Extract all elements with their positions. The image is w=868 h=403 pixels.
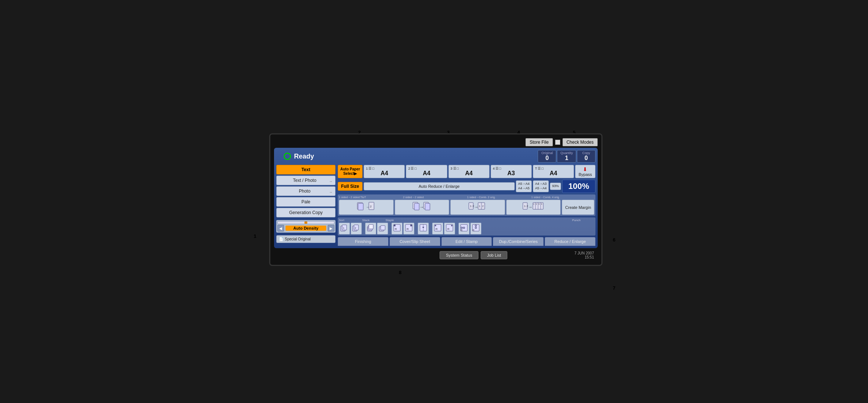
duplex-1-sided-comb2-button[interactable]: 1 2 → 1 2 — [450, 200, 505, 215]
original-label: Original — [541, 151, 553, 155]
mode-button-text-photo[interactable]: Text / Photo .. — [276, 176, 335, 185]
size-preset-2-line2: A5→A4 — [535, 186, 547, 191]
svg-text:3: 3 — [538, 203, 540, 205]
content-area: Text Text / Photo .. Photo .. Pale Gener… — [276, 165, 595, 246]
sort-button-2[interactable]: 2 — [351, 223, 362, 234]
tab-cover-slip-sheet-button[interactable]: Cover/Slip Sheet — [390, 237, 440, 246]
svg-text:R: R — [461, 229, 463, 232]
top-bar: Store File Check Modes — [274, 138, 598, 146]
tab-dup-combine-series-button[interactable]: Dup./Combine/Series — [493, 237, 544, 246]
bottom-bar: System Status Job List 7 JUN 200715:51 — [274, 249, 598, 261]
tray-1-button[interactable]: 1 ☰ □ A4 — [364, 165, 405, 178]
svg-rect-9 — [425, 203, 430, 210]
stack-label: Stack — [362, 219, 384, 222]
svg-rect-36 — [369, 224, 373, 229]
right-panel: Auto PaperSelect▶ 1 ☰ □ A4 2 ☰ □ A4 3 ☰ … — [338, 165, 595, 246]
duplex-1-sided-comb4-button[interactable]: 1 2 → 1 2 3 4 — [506, 200, 561, 215]
duplex-label-3: 1 sided→Comb. 2 orig. — [467, 196, 530, 199]
punch-button-group: R R — [458, 223, 481, 234]
tab-row: Finishing Cover/Slip Sheet Edit / Stamp … — [338, 237, 595, 246]
staple-button-1[interactable]: R — [391, 223, 403, 234]
ref-label-8: 8 — [399, 270, 401, 275]
status-bar: Ready Original 0 Quantity 1 Copy 0 — [276, 150, 595, 163]
finishing-row: Sort Stack Staple Punch — [338, 217, 595, 236]
svg-text:→: → — [474, 204, 478, 210]
sort-label: Sort — [339, 219, 361, 222]
punch-label: Punch — [572, 219, 594, 222]
tray-3-button[interactable]: 3 ☰ □ A4 — [448, 165, 490, 178]
check-modes-button[interactable]: Check Modes — [562, 138, 598, 146]
ready-circle-icon — [284, 153, 291, 160]
tab-edit-stamp-button[interactable]: Edit / Stamp — [441, 237, 492, 246]
svg-text:→: → — [420, 204, 424, 210]
tray-2-button[interactable]: 2 ☰ □ A4 — [406, 165, 447, 178]
staple-button-center[interactable] — [418, 223, 429, 234]
staple-button-2[interactable]: R — [403, 223, 414, 234]
size-preset-2-line1: A4→A3 — [535, 182, 547, 186]
duplex-1-sided-2-sided-button[interactable]: → 2 — [339, 200, 394, 215]
svg-text:1 2: 1 2 — [524, 204, 528, 208]
ref-label-7: 7 — [613, 285, 615, 291]
auto-paper-select-button[interactable]: Auto PaperSelect▶ — [338, 165, 363, 178]
density-label: Auto Density — [286, 226, 326, 231]
svg-point-49 — [435, 225, 436, 226]
full-size-button[interactable]: Full Size — [338, 182, 363, 191]
size-row: Full Size Auto Reduce / Enlarge A5→A4 A4… — [338, 180, 595, 193]
copy-label: Copy — [580, 151, 592, 155]
svg-text:R: R — [447, 227, 450, 231]
mode-button-pale[interactable]: Pale — [276, 197, 335, 207]
density-label-row: ◀ Auto Density ▶ — [277, 225, 334, 232]
special-original-button[interactable]: 📄 Special Original — [276, 235, 335, 243]
punch-button-2[interactable]: R — [470, 223, 481, 234]
stack-button-2[interactable] — [377, 223, 388, 234]
create-margin-button[interactable]: Create Margin — [562, 200, 594, 215]
counters-area: Original 0 Quantity 1 Copy 0 — [538, 150, 595, 163]
mode-button-generation-copy[interactable]: Generation Copy — [276, 208, 335, 217]
auto-reduce-enlarge-button[interactable]: Auto Reduce / Enlarge — [364, 182, 515, 190]
store-file-button[interactable]: Store File — [525, 138, 552, 146]
tray-4-button[interactable]: 4 ☰ □ A3 — [491, 165, 532, 178]
svg-text:2: 2 — [370, 205, 372, 208]
duplex-label-1: 1 sided→2 sided:TtoT — [339, 196, 402, 199]
tab-reduce-enlarge-button[interactable]: Reduce / Enlarge — [545, 237, 595, 246]
store-file-checkbox[interactable] — [555, 140, 560, 145]
system-status-button[interactable]: System Status — [440, 251, 478, 259]
job-list-button[interactable]: Job List — [481, 251, 507, 259]
size-preset-1-button[interactable]: A5→A4 A4→A5 — [516, 180, 532, 192]
svg-text:1: 1 — [479, 205, 480, 207]
main-container: Store File Check Modes Ready Original 0 — [269, 133, 602, 266]
quantity-counter: Quantity 1 — [557, 150, 576, 163]
duplex-labels: 1 sided→2 sided:TtoT 2 sided→2 sided 1 s… — [339, 196, 594, 199]
duplex-buttons: → 2 → — [339, 200, 594, 215]
top-bar-right: Store File Check Modes — [525, 138, 598, 146]
sort-button-1[interactable]: 1 — [339, 223, 350, 234]
finishing-labels: Sort Stack Staple Punch — [339, 219, 594, 222]
svg-text:2: 2 — [536, 203, 537, 205]
density-section: ▼ ◀ Auto Density ▶ — [276, 220, 335, 233]
svg-rect-38 — [381, 226, 385, 230]
mode-button-text[interactable]: Text — [276, 165, 335, 174]
size-preset-3-button[interactable]: 93% — [550, 183, 561, 190]
size-preset-2-button[interactable]: A4→A3 A5→A4 — [533, 180, 549, 192]
tab-finishing-button[interactable]: Finishing — [338, 237, 388, 246]
staple-button-4[interactable]: R — [444, 223, 455, 234]
mode-button-photo[interactable]: Photo .. — [276, 186, 335, 196]
duplex-row: 1 sided→2 sided:TtoT 2 sided→2 sided 1 s… — [338, 194, 595, 216]
quantity-label: Quantity — [560, 151, 573, 155]
svg-text:1: 1 — [533, 203, 534, 205]
duplex-2-sided-2-sided-button[interactable]: → — [395, 200, 450, 215]
stack-button-1[interactable] — [365, 223, 376, 234]
density-decrease-button[interactable]: ◀ — [277, 225, 284, 232]
tray-t-button[interactable]: T ☰ □ A4 — [533, 165, 574, 178]
punch-button-1[interactable]: R — [458, 223, 470, 234]
density-increase-button[interactable]: ▶ — [328, 225, 334, 232]
bypass-button[interactable]: ⬇ Bypass — [575, 165, 595, 178]
svg-text:1: 1 — [343, 227, 344, 229]
size-preset-1-line1: A5→A4 — [518, 182, 530, 186]
left-panel: Text Text / Photo .. Photo .. Pale Gener… — [276, 165, 335, 246]
staple-button-3[interactable]: R — [432, 223, 443, 234]
svg-point-52 — [451, 225, 453, 226]
svg-text:2: 2 — [482, 205, 484, 207]
density-slider-row: ▼ — [277, 221, 334, 224]
svg-text:R: R — [395, 227, 397, 231]
